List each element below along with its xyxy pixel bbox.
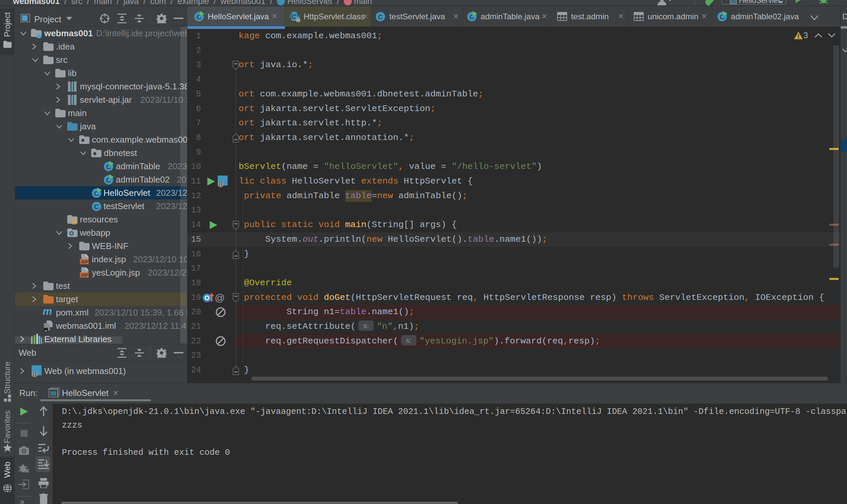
svg-text:C: C bbox=[292, 13, 296, 20]
svg-text:C: C bbox=[378, 13, 383, 21]
svg-text:JSP: JSP bbox=[81, 273, 88, 277]
svg-text:JSP: JSP bbox=[81, 260, 88, 264]
svg-text:C: C bbox=[94, 203, 99, 211]
